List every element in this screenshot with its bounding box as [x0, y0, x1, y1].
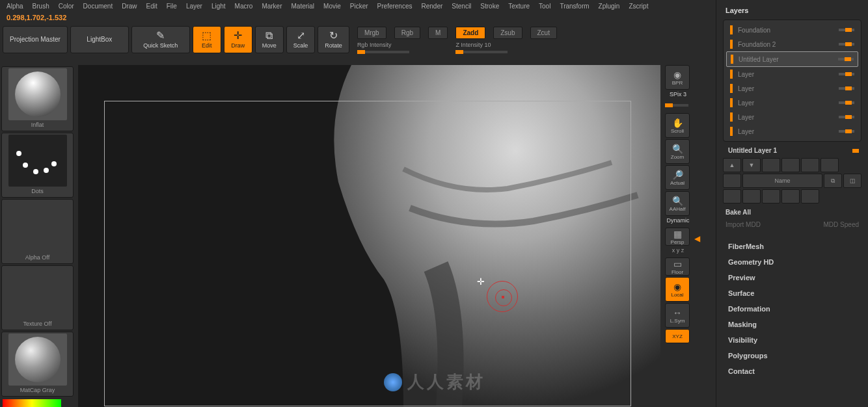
- stroke-selector[interactable]: Dots: [1, 133, 74, 198]
- section-polygroups[interactable]: Polygroups: [728, 348, 856, 363]
- dup-layer-button[interactable]: ⧉: [824, 174, 842, 188]
- layer-visibility-tick[interactable]: [730, 112, 733, 122]
- m-button[interactable]: M: [428, 27, 448, 39]
- layer-row[interactable]: Layer: [726, 110, 858, 124]
- actual-button[interactable]: 🔎Actual: [665, 165, 690, 190]
- material-selector[interactable]: MatCap Gray: [1, 332, 74, 397]
- bake-all-button[interactable]: Bake All: [720, 206, 864, 218]
- scroll-button[interactable]: ✋Scroll: [665, 113, 690, 138]
- menu-item-alpha[interactable]: Alpha: [7, 3, 23, 10]
- section-deformation[interactable]: Deformation: [728, 301, 856, 317]
- menu-item-texture[interactable]: Texture: [508, 3, 530, 10]
- edit-mode-button[interactable]: ⬚ Edit: [193, 26, 221, 53]
- menu-item-zscript[interactable]: Zscript: [629, 3, 648, 10]
- name-layer-button[interactable]: Name: [742, 174, 822, 188]
- layer-visibility-tick[interactable]: [730, 98, 733, 107]
- menu-item-document[interactable]: Document: [83, 3, 113, 10]
- layer-row[interactable]: Layer: [726, 67, 858, 81]
- alpha-selector[interactable]: Alpha Off: [1, 199, 74, 264]
- menu-item-marker[interactable]: Marker: [262, 3, 282, 10]
- menu-item-layer[interactable]: Layer: [186, 3, 202, 10]
- menu-item-render[interactable]: Render: [422, 3, 443, 10]
- layer-misc4-button[interactable]: [821, 158, 839, 172]
- layer-visibility-tick[interactable]: [730, 127, 733, 136]
- floor-button[interactable]: ▭Floor: [665, 257, 690, 276]
- draw-mode-button[interactable]: ✛ Draw: [224, 26, 252, 53]
- layer-visibility-tick[interactable]: [730, 25, 733, 34]
- scale-mode-button[interactable]: ⤢ Scale: [286, 26, 316, 53]
- import-mdd-button[interactable]: Import MDD: [726, 221, 761, 228]
- split-layer-button[interactable]: ◫: [843, 174, 861, 188]
- local-button[interactable]: ◉Local: [665, 277, 690, 302]
- menu-item-picker[interactable]: Picker: [350, 3, 368, 10]
- rgb-button[interactable]: Rgb: [394, 27, 420, 39]
- layer-misc1-button[interactable]: [762, 158, 780, 172]
- zoom-button[interactable]: 🔍Zoom: [665, 139, 690, 164]
- section-masking[interactable]: Masking: [728, 317, 856, 332]
- layer-row[interactable]: Layer: [726, 81, 858, 96]
- menu-item-draw[interactable]: Draw: [122, 3, 137, 10]
- menu-item-file[interactable]: File: [167, 3, 177, 10]
- menu-item-tool[interactable]: Tool: [539, 3, 550, 10]
- lightbox-button[interactable]: LightBox: [70, 26, 129, 53]
- panel-drag-handle[interactable]: ◀: [694, 234, 702, 247]
- layer-intensity-slider[interactable]: [839, 130, 854, 133]
- mdd-speed-button[interactable]: MDD Speed: [824, 221, 859, 228]
- rgb-intensity-slider[interactable]: [357, 51, 409, 53]
- invert-button[interactable]: [762, 189, 780, 203]
- misc-button[interactable]: [801, 189, 819, 203]
- layer-list[interactable]: FoundationFoundation 2Untitled LayerLaye…: [723, 20, 861, 142]
- layer-up-button[interactable]: ▲: [723, 158, 741, 172]
- z-intensity-slider[interactable]: [455, 51, 508, 53]
- zsub-button[interactable]: Zsub: [493, 27, 522, 39]
- layer-intensity-slider[interactable]: [839, 73, 854, 75]
- zadd-button[interactable]: Zadd: [455, 27, 485, 39]
- menu-item-zplugin[interactable]: Zplugin: [599, 3, 620, 10]
- layer-visibility-tick[interactable]: [730, 70, 733, 79]
- section-contact[interactable]: Contact: [728, 363, 856, 379]
- color-gradient[interactable]: [3, 399, 61, 407]
- layer-down-button[interactable]: ▼: [742, 158, 761, 172]
- section-visibility[interactable]: Visibility: [728, 332, 856, 348]
- aahalf-button[interactable]: 🔍AAHalf: [665, 191, 690, 216]
- persp-button[interactable]: ▦Persp: [665, 228, 690, 246]
- move-mode-button[interactable]: ⧉ Move: [255, 26, 284, 53]
- texture-selector[interactable]: Texture Off: [1, 265, 74, 330]
- layer-visibility-tick[interactable]: [730, 84, 733, 93]
- menu-item-edit[interactable]: Edit: [146, 3, 157, 10]
- layer-row[interactable]: Untitled Layer: [726, 51, 858, 67]
- new-layer-button[interactable]: [723, 174, 741, 188]
- layer-intensity-slider[interactable]: [839, 101, 854, 104]
- menu-item-brush[interactable]: Brush: [33, 3, 49, 10]
- menu-item-movie[interactable]: Movie: [323, 3, 341, 10]
- layer-intensity-slider[interactable]: [839, 87, 854, 90]
- brush-selector[interactable]: Inflat: [1, 66, 74, 131]
- layer-intensity-slider[interactable]: [839, 116, 854, 118]
- menu-item-color[interactable]: Color: [59, 3, 74, 10]
- layer-row[interactable]: Layer: [726, 96, 858, 110]
- menu-item-preferences[interactable]: Preferences: [377, 3, 413, 10]
- layer-misc2-button[interactable]: [781, 158, 800, 172]
- layer-row[interactable]: Layer: [726, 124, 858, 138]
- menu-item-material[interactable]: Material: [292, 3, 315, 10]
- quick-sketch-button[interactable]: ✎ Quick Sketch: [131, 26, 190, 53]
- bpr-button[interactable]: ◉BPR: [665, 65, 690, 90]
- menu-item-light[interactable]: Light: [211, 3, 226, 10]
- merge-vis-button[interactable]: [742, 189, 761, 203]
- section-preview[interactable]: Preview: [728, 270, 856, 285]
- section-surface[interactable]: Surface: [728, 285, 856, 301]
- menu-item-macro[interactable]: Macro: [235, 3, 253, 10]
- layer-intensity-slider[interactable]: [838, 58, 854, 60]
- current-layer-name[interactable]: Untitled Layer 1: [723, 144, 861, 157]
- layer-misc3-button[interactable]: [801, 158, 819, 172]
- layer-intensity-slider[interactable]: [839, 43, 854, 46]
- layer-intensity-slider[interactable]: [839, 29, 854, 31]
- layer-visibility-tick[interactable]: [730, 40, 733, 49]
- section-fibermesh[interactable]: FiberMesh: [728, 239, 856, 254]
- layer-row[interactable]: Foundation: [726, 23, 858, 37]
- merge-down-button[interactable]: [723, 189, 741, 203]
- rotate-mode-button[interactable]: ↻ Rotate: [318, 26, 349, 53]
- xyz-button[interactable]: XYZ: [665, 329, 690, 343]
- lsym-button[interactable]: ↔L.Sym: [665, 303, 690, 328]
- layer-row[interactable]: Foundation 2: [726, 37, 858, 51]
